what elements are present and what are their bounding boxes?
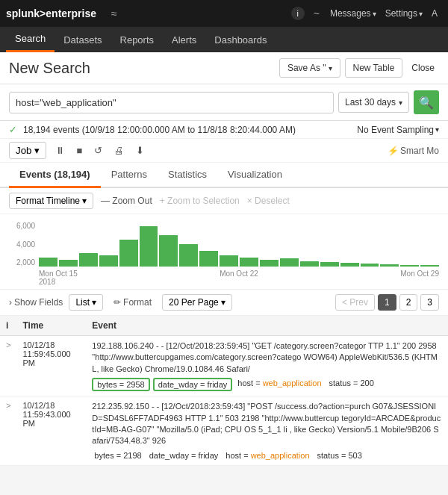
search-go-button[interactable]: 🔍	[414, 90, 439, 114]
bar-3	[79, 253, 98, 267]
pause-icon[interactable]: ⏸	[52, 143, 68, 158]
brand-splunk: splunk>	[6, 7, 46, 19]
refresh-icon[interactable]: ↺	[91, 143, 105, 158]
nav-search[interactable]: Search	[6, 27, 55, 52]
time-picker[interactable]: Last 30 days▾	[338, 92, 409, 113]
row1-time: 10/12/18 11:59:45.000 PM	[16, 336, 86, 396]
bar-13	[280, 258, 299, 267]
format-timeline-button[interactable]: Format Timeline▾	[9, 193, 93, 209]
save-as-button[interactable]: Save As "▾	[279, 58, 340, 78]
chart-area: 6,000 4,000 2,000	[0, 214, 448, 290]
nav-alerts[interactable]: Alerts	[163, 28, 205, 52]
bar-17	[361, 264, 379, 267]
list-view-button[interactable]: List▾	[69, 294, 103, 311]
tab-patterns[interactable]: Patterns	[101, 163, 158, 188]
bar-11	[240, 258, 258, 267]
row2-event-text: 212.235.92.150 - - [12/Oct/2018:23:59:43…	[92, 401, 442, 447]
status-value2: 503	[348, 451, 361, 460]
row2-expand[interactable]: >	[0, 396, 16, 466]
job-caret: ▾	[34, 145, 40, 156]
nav-reports[interactable]: Reports	[111, 28, 164, 52]
bar-8	[179, 244, 198, 267]
lightning-icon: ⚡	[388, 146, 399, 156]
list-toolbar: › Show Fields List▾ ✏ Format 20 Per Page…	[0, 290, 448, 316]
stop-icon[interactable]: ■	[74, 143, 86, 158]
row1-expand[interactable]: >	[0, 336, 16, 396]
bar-20	[420, 265, 439, 267]
timeline-toolbar: Format Timeline▾ — Zoom Out + Zoom to Se…	[0, 188, 448, 214]
tab-events[interactable]: Events (18,194)	[9, 163, 101, 188]
field-bytes-2198[interactable]: bytes = 2198	[92, 450, 143, 461]
prev-page-button[interactable]: < Prev	[335, 294, 375, 311]
new-table-button[interactable]: New Table	[345, 58, 403, 78]
row1-fields: bytes = 2958 date_wday = friday host = w…	[92, 378, 442, 391]
format-button[interactable]: ✏ Format	[109, 295, 156, 310]
bar-4	[99, 255, 118, 267]
tab-statistics[interactable]: Statistics	[158, 163, 217, 188]
bar-12	[260, 260, 279, 267]
job-button[interactable]: Job▾	[9, 142, 46, 159]
bar-14	[300, 261, 319, 267]
download-icon[interactable]: ⬇	[133, 143, 147, 158]
settings-link[interactable]: Settings▾	[385, 8, 423, 19]
info-icon[interactable]: i	[291, 7, 305, 20]
brand-logo[interactable]: splunk>enterprise	[6, 7, 96, 19]
topbar-icon-wave[interactable]: ≈	[111, 7, 117, 19]
per-page-button[interactable]: 20 Per Page▾	[162, 294, 232, 311]
page-title: New Search	[9, 60, 275, 77]
col-header-i: i	[0, 316, 16, 336]
x-label-oct22: Mon Oct 22	[220, 270, 258, 286]
messages-link[interactable]: Messages▾	[330, 8, 376, 19]
bars-container	[39, 214, 439, 267]
y-label-6000: 6,000	[9, 222, 35, 230]
page-1-button[interactable]: 1	[378, 294, 396, 311]
nav-datasets[interactable]: Datasets	[55, 28, 111, 52]
search-bar: Last 30 days▾ 🔍	[0, 84, 448, 121]
user-link[interactable]: A	[432, 8, 438, 19]
nav-dashboards[interactable]: Dashboards	[205, 28, 276, 52]
tab-visualization[interactable]: Visualization	[217, 163, 293, 188]
page-content: New Search Save As "▾ New Table Close La…	[0, 52, 448, 466]
page-2-button[interactable]: 2	[399, 294, 418, 311]
bar-10	[220, 255, 238, 267]
chart-x-labels: Mon Oct 15 2018 Mon Oct 22 Mon Oct 29	[39, 270, 439, 289]
print-icon[interactable]: 🖨	[111, 143, 127, 158]
field-status-503[interactable]: status = 503	[315, 450, 364, 461]
row2-time: 10/12/18 11:59:43.000 PM	[16, 396, 86, 466]
field-status-200[interactable]: status = 200	[327, 378, 376, 391]
row1-event-text: 192.188.106.240 - - [12/Oct/2018:23:59:4…	[92, 340, 442, 375]
field-bytes-2958[interactable]: bytes = 2958	[92, 378, 149, 391]
deselect-button[interactable]: × Deselect	[247, 196, 290, 206]
status-bar: ✓ 18,194 events (10/9/18 12:00:00.000 AM…	[0, 121, 448, 139]
messages-caret: ▾	[373, 10, 376, 18]
sampling-caret: ▾	[435, 125, 439, 134]
event-tabs: Events (18,194) Patterns Statistics Visu…	[0, 163, 448, 188]
no-sampling-button[interactable]: No Event Sampling▾	[357, 125, 439, 135]
page-3-button[interactable]: 3	[420, 294, 439, 311]
secondary-nav: Search Datasets Reports Alerts Dashboard…	[0, 27, 448, 52]
zoom-out-button[interactable]: — Zoom Out	[101, 196, 152, 206]
show-fields-button[interactable]: › Show Fields	[9, 297, 63, 308]
table-row: > 10/12/18 11:59:43.000 PM 212.235.92.15…	[0, 396, 448, 466]
table-row: > 10/12/18 11:59:45.000 PM 192.188.106.2…	[0, 336, 448, 396]
zoom-selection-button[interactable]: + Zoom to Selection	[160, 196, 240, 206]
bar-1	[39, 258, 57, 267]
row2-fields: bytes = 2198 date_wday = friday host = w…	[92, 450, 442, 461]
events-count-label: 18,194 events (10/9/18 12:00:00.000 AM t…	[23, 125, 296, 135]
search-input[interactable]	[9, 92, 334, 113]
field-date-wday-friday2[interactable]: date_wday = friday	[147, 450, 221, 461]
pencil-icon: ✏	[113, 297, 121, 308]
row1-event: 192.188.106.240 - - [12/Oct/2018:23:59:4…	[86, 336, 448, 396]
activity-icon[interactable]: ~	[314, 7, 320, 19]
close-button[interactable]: Close	[407, 59, 439, 77]
smart-mode-button[interactable]: ⚡ Smart Mo	[388, 146, 439, 156]
field-host-webapp2[interactable]: host = web_application	[223, 450, 311, 461]
field-date-wday-friday[interactable]: date_wday = friday	[153, 378, 233, 391]
bar-6	[140, 226, 158, 267]
field-host-webapp[interactable]: host = web_application	[235, 378, 323, 391]
x-label-oct29: Mon Oct 29	[400, 270, 439, 286]
bar-15	[320, 262, 339, 267]
format-caret: ▾	[82, 196, 87, 206]
search-icon: 🔍	[419, 96, 434, 110]
per-page-caret: ▾	[221, 297, 225, 308]
